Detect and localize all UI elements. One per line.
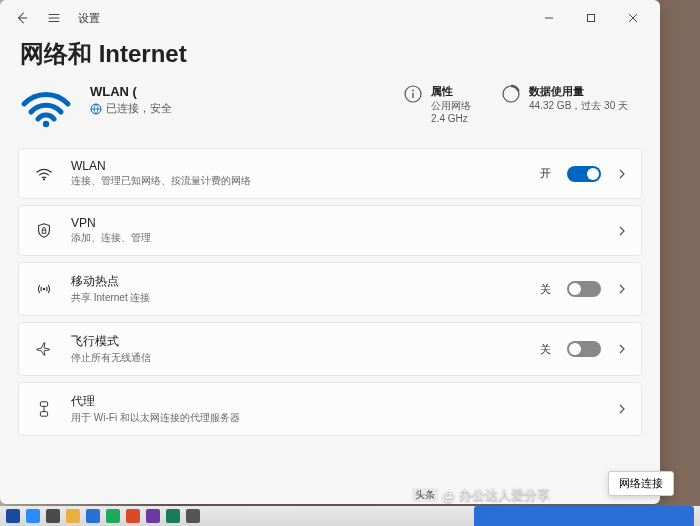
back-button[interactable] xyxy=(6,2,38,34)
airplane-row[interactable]: 飞行模式 停止所有无线通信 关 xyxy=(18,322,642,376)
airplane-toggle[interactable] xyxy=(567,341,601,357)
tray-tooltip: 网络连接 xyxy=(608,471,674,496)
svg-point-6 xyxy=(43,178,45,180)
usage-label: 数据使用量 xyxy=(529,84,628,99)
wifi-icon xyxy=(35,165,53,183)
chevron-right-icon xyxy=(617,169,627,179)
globe-icon xyxy=(90,103,102,115)
page-title: 网络和 Internet xyxy=(20,38,642,70)
airplane-title: 飞行模式 xyxy=(71,333,524,350)
taskbar-icon[interactable] xyxy=(166,509,180,523)
airplane-icon xyxy=(35,340,53,358)
maximize-icon xyxy=(586,13,596,23)
watermark: 头条 @ 办公达人爱分享 xyxy=(412,486,550,504)
usage-block[interactable]: 数据使用量 44.32 GB，过去 30 天 xyxy=(501,84,628,112)
hotspot-title: 移动热点 xyxy=(71,273,524,290)
properties-block[interactable]: 属性 公用网络 2.4 GHz xyxy=(403,84,471,125)
hamburger-icon xyxy=(47,11,61,25)
settings-window: 设置 网络和 Internet WLAN ( 已 xyxy=(0,0,660,504)
airplane-sub: 停止所有无线通信 xyxy=(71,351,524,365)
wlan-sub: 连接、管理已知网络、按流量计费的网络 xyxy=(71,174,524,188)
info-icon xyxy=(403,84,423,104)
connection-name: WLAN ( xyxy=(90,84,387,99)
watermark-badge: 头条 xyxy=(412,488,438,502)
titlebar: 设置 xyxy=(0,0,660,36)
hotspot-toggle[interactable] xyxy=(567,281,601,297)
wifi-large-icon xyxy=(18,86,74,130)
data-usage-icon xyxy=(501,84,521,104)
taskbar-icon[interactable] xyxy=(66,509,80,523)
taskbar-active-item[interactable] xyxy=(474,506,694,526)
proxy-title: 代理 xyxy=(71,393,601,410)
maximize-button[interactable] xyxy=(570,2,612,34)
properties-label: 属性 xyxy=(431,84,471,99)
hotspot-row[interactable]: 移动热点 共享 Internet 连接 关 xyxy=(18,262,642,316)
taskbar-icon[interactable] xyxy=(46,509,60,523)
wlan-title: WLAN xyxy=(71,159,524,173)
vpn-sub: 添加、连接、管理 xyxy=(71,231,601,245)
chevron-right-icon xyxy=(617,284,627,294)
content-area: 网络和 Internet WLAN ( 已连接，安全 属性 公用网 xyxy=(0,36,660,504)
taskbar-icon[interactable] xyxy=(146,509,160,523)
svg-rect-9 xyxy=(40,402,47,407)
vpn-title: VPN xyxy=(71,216,601,230)
taskbar-icon[interactable] xyxy=(106,509,120,523)
hotspot-state: 关 xyxy=(540,282,551,297)
proxy-sub: 用于 Wi-Fi 和以太网连接的代理服务器 xyxy=(71,411,601,425)
svg-rect-7 xyxy=(42,230,46,233)
taskbar-icon[interactable] xyxy=(6,509,20,523)
svg-rect-10 xyxy=(40,412,47,417)
airplane-state: 关 xyxy=(540,342,551,357)
shield-lock-icon xyxy=(35,222,53,240)
svg-point-4 xyxy=(412,90,414,92)
wlan-state: 开 xyxy=(540,166,551,181)
hamburger-button[interactable] xyxy=(38,2,70,34)
svg-point-1 xyxy=(43,121,49,127)
chevron-right-icon xyxy=(617,226,627,236)
watermark-text: 办公达人爱分享 xyxy=(459,486,550,504)
taskbar-icon[interactable] xyxy=(186,509,200,523)
hotspot-icon xyxy=(35,280,53,298)
chevron-right-icon xyxy=(617,404,627,414)
status-row: WLAN ( 已连接，安全 属性 公用网络 2.4 GHz 数据使用量 44 xyxy=(18,84,642,130)
svg-point-8 xyxy=(43,288,46,291)
hotspot-sub: 共享 Internet 连接 xyxy=(71,291,524,305)
usage-line1: 44.32 GB，过去 30 天 xyxy=(529,99,628,112)
close-icon xyxy=(628,13,638,23)
minimize-button[interactable] xyxy=(528,2,570,34)
taskbar-icon[interactable] xyxy=(26,509,40,523)
wlan-row[interactable]: WLAN 连接、管理已知网络、按流量计费的网络 开 xyxy=(18,148,642,199)
svg-rect-0 xyxy=(588,15,595,22)
connection-status: 已连接，安全 xyxy=(106,101,172,116)
properties-line2: 2.4 GHz xyxy=(431,112,471,125)
back-arrow-icon xyxy=(15,11,29,25)
vpn-row[interactable]: VPN 添加、连接、管理 xyxy=(18,205,642,256)
proxy-row[interactable]: 代理 用于 Wi-Fi 和以太网连接的代理服务器 xyxy=(18,382,642,436)
taskbar-icon[interactable] xyxy=(86,509,100,523)
chevron-right-icon xyxy=(617,344,627,354)
taskbar-icon[interactable] xyxy=(126,509,140,523)
proxy-icon xyxy=(35,400,53,418)
minimize-icon xyxy=(544,13,554,23)
app-title: 设置 xyxy=(78,11,100,26)
close-button[interactable] xyxy=(612,2,654,34)
taskbar[interactable] xyxy=(0,506,700,526)
wlan-toggle[interactable] xyxy=(567,166,601,182)
connection-block[interactable]: WLAN ( 已连接，安全 xyxy=(90,84,387,116)
properties-line1: 公用网络 xyxy=(431,99,471,112)
